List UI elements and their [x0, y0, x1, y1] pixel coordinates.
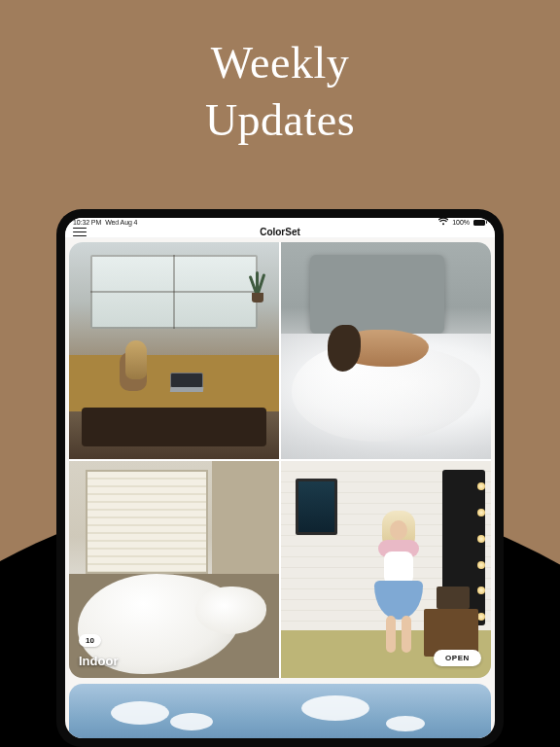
tablet-bezel: 10:32 PM Wed Aug 4 100% C	[65, 218, 495, 738]
app-title: ColorSet	[260, 227, 300, 237]
nav-bar: ColorSet	[65, 227, 495, 238]
menu-icon[interactable]	[73, 228, 87, 237]
promo-headline: Weekly Updates	[0, 35, 560, 150]
preset-count-badge: 10	[79, 634, 101, 647]
open-button[interactable]: OPEN	[434, 650, 481, 666]
content-scroll[interactable]: 10 Indoor OPEN	[65, 238, 495, 738]
preview-grid	[69, 242, 491, 678]
battery-icon	[473, 220, 487, 226]
status-time: 10:32 PM	[73, 219, 101, 226]
tablet-frame: 10:32 PM Wed Aug 4 100% C	[56, 209, 504, 747]
headline-line-2: Updates	[0, 92, 560, 150]
preview-tile	[69, 461, 279, 678]
promo-stage: Weekly Updates 10:32 PM Wed Aug 4 100%	[0, 0, 560, 747]
collection-title: Indoor	[79, 654, 118, 668]
status-bar: 10:32 PM Wed Aug 4 100%	[65, 218, 495, 227]
preview-tile	[69, 242, 279, 459]
app-screen: 10:32 PM Wed Aug 4 100% C	[65, 218, 495, 738]
collection-card[interactable]: 10 Indoor OPEN	[69, 242, 491, 678]
preview-tile	[281, 242, 491, 459]
preview-tile	[281, 461, 491, 678]
collection-card[interactable]	[69, 684, 491, 738]
headline-line-1: Weekly	[0, 35, 560, 92]
status-date: Wed Aug 4	[105, 219, 137, 226]
wifi-icon	[438, 218, 448, 227]
battery-percent: 100%	[452, 219, 470, 226]
